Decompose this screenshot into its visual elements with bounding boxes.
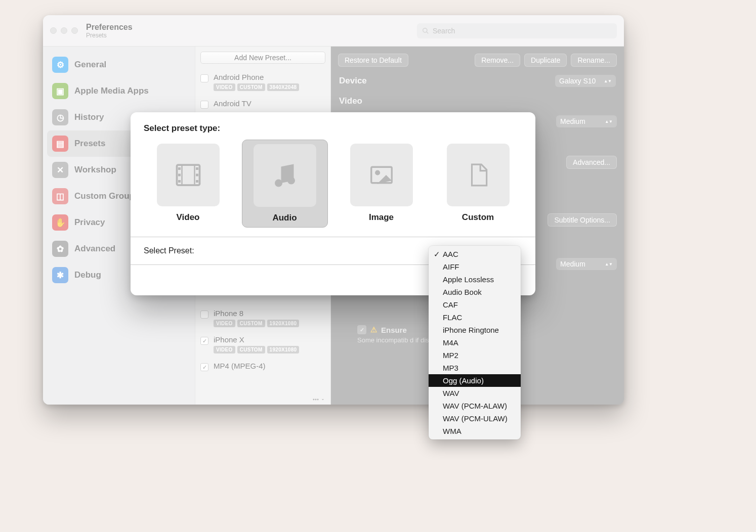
preset-tag: VIDEO (214, 320, 235, 327)
restore-default-button[interactable]: Restore to Default (338, 54, 408, 67)
svg-point-4 (317, 399, 318, 400)
preset-tag: 1920X1080 (267, 346, 300, 353)
preset-type-label: Image (369, 212, 394, 223)
remove-button[interactable]: Remove... (475, 54, 520, 67)
search-placeholder: Search (433, 27, 455, 35)
dropdown-item-wav-pcm-ulaw-[interactable]: WAV (PCM-ULAW) (429, 412, 521, 425)
window-title: Preferences (86, 23, 133, 32)
warning-icon: ⚠ (370, 325, 377, 334)
preset-type-label: Video (177, 212, 200, 223)
rename-button[interactable]: Rename... (571, 54, 617, 67)
sidebar-item-label: Workshop (74, 165, 116, 175)
close-window-button[interactable] (50, 27, 57, 34)
sidebar-icon: ◷ (52, 109, 68, 125)
sidebar-item-label: General (74, 60, 106, 70)
svg-point-15 (287, 177, 295, 185)
svg-rect-13 (196, 180, 198, 183)
preset-tag: 1920X1080 (267, 320, 300, 327)
video-section-label: Video (339, 96, 362, 106)
svg-rect-9 (178, 174, 181, 176)
quality-select-2[interactable]: Medium▲▼ (556, 258, 617, 270)
dropdown-item-apple-lossless[interactable]: Apple Lossless (429, 273, 521, 286)
subtitle-options-button[interactable]: Subtitle Options... (548, 213, 617, 227)
svg-point-14 (275, 180, 282, 187)
custom-icon (447, 144, 510, 206)
zoom-window-button[interactable] (71, 27, 78, 34)
svg-rect-12 (196, 174, 198, 176)
preset-type-label: Custom (462, 212, 494, 223)
svg-rect-10 (178, 180, 181, 183)
preset-checkbox[interactable] (200, 101, 208, 109)
add-new-preset-button[interactable]: Add New Preset... (200, 52, 325, 64)
preset-row[interactable]: iPhone 8VIDEOCUSTOM1920X1080 (195, 305, 330, 331)
sidebar-item-label: Apple Media Apps (74, 86, 149, 96)
preset-row[interactable]: iPhone XVIDEOCUSTOM1920X1080 (195, 331, 330, 358)
dropdown-item-iphone-ringtone[interactable]: iPhone Ringtone (429, 324, 521, 336)
preset-checkbox[interactable] (200, 363, 208, 371)
preset-row[interactable]: Android TV (195, 95, 330, 113)
audio-icon (254, 144, 316, 207)
preset-list-menu-button[interactable] (195, 394, 330, 405)
video-icon (157, 144, 220, 206)
dropdown-item-caf[interactable]: CAF (429, 298, 521, 311)
preset-type-image[interactable]: Image (339, 140, 425, 228)
minimize-window-button[interactable] (61, 27, 67, 34)
sidebar-item-label: Debug (74, 270, 101, 280)
ensure-checkbox[interactable]: ✓ (357, 325, 366, 334)
dropdown-item-aiff[interactable]: AIFF (429, 260, 521, 273)
dropdown-item-mp3[interactable]: MP3 (429, 362, 521, 374)
sidebar-icon: ✋ (52, 214, 68, 231)
svg-rect-8 (178, 167, 181, 170)
sidebar-item-label: History (74, 112, 104, 122)
dropdown-item-wav-pcm-alaw-[interactable]: WAV (PCM-ALAW) (429, 400, 521, 412)
svg-point-2 (313, 399, 314, 400)
modal-title: Select preset type: (131, 112, 535, 140)
preset-dropdown[interactable]: AACAIFFApple LosslessAudio BookCAFFLACiP… (429, 246, 521, 439)
sidebar-icon: ✿ (52, 241, 68, 257)
dropdown-item-mp2[interactable]: MP2 (429, 349, 521, 362)
preset-tag: VIDEO (214, 83, 235, 91)
dropdown-item-m4a[interactable]: M4A (429, 336, 521, 349)
advanced-button[interactable]: Advanced... (566, 156, 617, 169)
dropdown-item-audio-book[interactable]: Audio Book (429, 286, 521, 298)
sidebar-item-general[interactable]: ⚙General (47, 52, 191, 78)
preset-name: iPhone X (214, 335, 299, 344)
image-icon (350, 144, 413, 206)
preset-checkbox[interactable] (200, 311, 208, 319)
duplicate-button[interactable]: Duplicate (524, 54, 567, 67)
sidebar-item-apple-media-apps[interactable]: ▣Apple Media Apps (47, 78, 191, 104)
search-input[interactable]: Search (417, 23, 617, 38)
svg-point-0 (423, 28, 427, 32)
sidebar-icon: ◫ (52, 188, 68, 204)
dropdown-item-wav[interactable]: WAV (429, 387, 521, 400)
sidebar-item-label: Privacy (74, 217, 105, 228)
select-preset-label: Select Preset: (144, 246, 194, 255)
preset-type-video[interactable]: Video (145, 140, 231, 228)
window-subtitle: Presets (86, 32, 133, 39)
dropdown-item-flac[interactable]: FLAC (429, 311, 521, 324)
svg-line-1 (427, 31, 429, 33)
preset-checkbox[interactable] (200, 74, 208, 82)
sidebar-icon: ▤ (52, 136, 68, 152)
preset-row[interactable]: MP4 (MPEG-4) (195, 358, 330, 375)
traffic-lights (50, 27, 78, 34)
dropdown-item-wma[interactable]: WMA (429, 425, 521, 437)
titlebar: Preferences Presets Search (43, 15, 624, 47)
sidebar-item-label: Custom Groups (74, 191, 139, 201)
device-select[interactable]: Galaxy S10 ▲▼ (555, 75, 616, 87)
preset-row[interactable]: Android PhoneVIDEOCUSTOM3840X2048 (195, 69, 330, 95)
preset-tag: VIDEO (214, 346, 235, 353)
preset-type-custom[interactable]: Custom (435, 140, 521, 228)
sidebar-item-label: Presets (74, 139, 105, 149)
svg-point-17 (375, 171, 379, 174)
svg-point-3 (315, 399, 316, 400)
dropdown-item-aac[interactable]: AAC (429, 248, 521, 260)
preset-name: MP4 (MPEG-4) (214, 362, 266, 370)
dropdown-item-ogg-audio-[interactable]: Ogg (Audio) (429, 374, 521, 387)
preset-checkbox[interactable] (200, 337, 208, 345)
preset-name: Android Phone (214, 73, 299, 81)
preset-type-audio[interactable]: Audio (242, 140, 328, 228)
video-quality-select[interactable]: Medium▲▼ (556, 115, 617, 127)
chevron-up-down-icon: ▲▼ (604, 80, 612, 82)
sidebar-icon: ▣ (52, 83, 68, 99)
